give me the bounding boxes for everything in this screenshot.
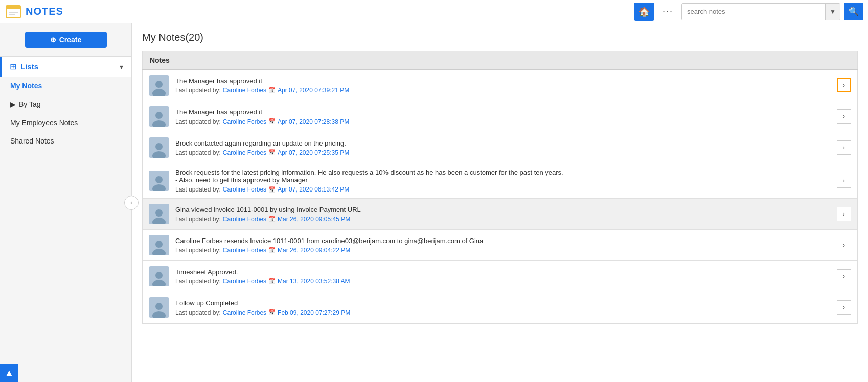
svg-point-13	[152, 218, 166, 224]
note-date: Apr 07, 2020 06:13:42 PM	[278, 186, 349, 193]
table-row[interactable]: Gina viewed invoice 1011-0001 by using I…	[143, 199, 857, 230]
note-author[interactable]: Caroline Forbes	[223, 149, 266, 156]
note-text: The Manager has approved it	[175, 77, 837, 85]
note-meta: Last updated by: Caroline Forbes 📅 Apr 0…	[175, 118, 837, 125]
avatar	[149, 75, 169, 96]
table-row[interactable]: The Manager has approved itLast updated …	[143, 101, 857, 132]
by-tag-expand-icon: ▶	[10, 100, 16, 108]
calendar-icon: 📅	[268, 278, 276, 284]
home-button[interactable]: 🏠	[634, 3, 654, 21]
note-expand-button[interactable]: ›	[837, 140, 851, 155]
table-row[interactable]: Follow up CompletedLast updated by: Caro…	[143, 292, 857, 323]
note-content: The Manager has approved itLast updated …	[175, 108, 837, 125]
search-input[interactable]	[682, 4, 825, 20]
collapse-icon: ‹	[130, 199, 132, 206]
sidebar: ⊕ Create ⊞ Lists ▾ My Notes ▶ By Tag My …	[0, 23, 132, 382]
note-expand-button[interactable]: ›	[837, 269, 851, 283]
note-meta: Last updated by: Caroline Forbes 📅 Mar 2…	[175, 216, 837, 223]
sidebar-item-by-tag[interactable]: ▶ By Tag	[0, 95, 131, 113]
chevron-right-icon: ›	[843, 273, 845, 280]
note-meta: Last updated by: Caroline Forbes 📅 Mar 1…	[175, 278, 837, 285]
calendar-icon: 📅	[268, 118, 276, 125]
svg-point-18	[155, 303, 163, 310]
note-meta: Last updated by: Caroline Forbes 📅 Feb 0…	[175, 309, 837, 316]
note-date: Mar 13, 2020 03:52:38 AM	[278, 278, 350, 285]
note-author[interactable]: Caroline Forbes	[223, 216, 266, 223]
sidebar-lists-item[interactable]: ⊞ Lists ▾	[0, 57, 131, 77]
sidebar-item-my-employees-notes[interactable]: My Employees Notes	[0, 113, 131, 132]
note-author[interactable]: Caroline Forbes	[223, 278, 266, 285]
note-text: Brock contacted again regarding an updat…	[175, 139, 837, 147]
chevron-right-icon: ›	[843, 113, 845, 120]
calendar-icon: 📅	[268, 186, 276, 193]
page-title: My Notes(20)	[142, 32, 858, 43]
app-header: NOTES 🏠 ··· ▼ 🔍	[0, 0, 868, 23]
notes-column-header: Notes	[143, 51, 858, 70]
note-content: Brock requests for the latest pricing in…	[175, 169, 837, 193]
search-dropdown-button[interactable]: ▼	[825, 4, 840, 20]
chevron-right-icon: ›	[843, 304, 845, 311]
note-author[interactable]: Caroline Forbes	[223, 118, 266, 125]
table-row[interactable]: The Manager has approved itLast updated …	[143, 70, 857, 101]
plus-icon: ⊕	[50, 36, 56, 44]
sidebar-section: ⊞ Lists ▾ My Notes ▶ By Tag My Employees…	[0, 56, 131, 150]
note-expand-button[interactable]: ›	[837, 238, 851, 252]
chat-button[interactable]: ▲	[0, 364, 18, 382]
svg-point-11	[152, 184, 166, 191]
sidebar-item-my-notes[interactable]: My Notes	[0, 77, 131, 95]
note-text: Gina viewed invoice 1011-0001 by using I…	[175, 206, 837, 213]
search-go-button[interactable]: 🔍	[844, 3, 863, 20]
note-content: Timesheet Approved.Last updated by: Caro…	[175, 268, 837, 285]
calendar-icon: 📅	[268, 247, 276, 253]
chevron-right-icon: ›	[843, 82, 845, 89]
chevron-right-icon: ›	[843, 242, 845, 249]
svg-point-15	[152, 249, 166, 255]
lists-chevron-icon: ▾	[120, 63, 123, 71]
note-expand-button[interactable]: ›	[837, 207, 851, 221]
app-logo: NOTES	[5, 4, 63, 20]
svg-point-10	[155, 176, 163, 183]
note-meta: Last updated by: Caroline Forbes 📅 Apr 0…	[175, 87, 837, 94]
calendar-icon: 📅	[268, 309, 276, 316]
note-content: Brock contacted again regarding an updat…	[175, 139, 837, 156]
note-expand-button[interactable]: ›	[837, 300, 851, 315]
avatar	[149, 171, 169, 191]
note-expand-button[interactable]: ›	[837, 78, 851, 92]
notes-logo-icon	[5, 4, 21, 20]
home-icon: 🏠	[638, 6, 650, 17]
sidebar-item-shared-notes[interactable]: Shared Notes	[0, 132, 131, 150]
header-actions: 🏠 ··· ▼ 🔍	[634, 3, 863, 21]
search-icon: 🔍	[849, 7, 859, 16]
chevron-right-icon: ›	[843, 177, 845, 184]
note-meta: Last updated by: Caroline Forbes 📅 Apr 0…	[175, 186, 837, 193]
table-row[interactable]: Timesheet Approved.Last updated by: Caro…	[143, 261, 857, 292]
more-options-button[interactable]: ···	[658, 4, 677, 19]
note-meta: Last updated by: Caroline Forbes 📅 Mar 2…	[175, 247, 837, 254]
svg-point-16	[155, 272, 163, 279]
table-row[interactable]: Brock requests for the latest pricing in…	[143, 163, 857, 199]
calendar-icon: 📅	[268, 216, 276, 222]
note-author[interactable]: Caroline Forbes	[223, 247, 266, 254]
svg-point-12	[155, 209, 163, 217]
note-author[interactable]: Caroline Forbes	[223, 309, 266, 316]
svg-point-5	[152, 89, 166, 96]
calendar-icon: 📅	[268, 149, 276, 156]
calendar-icon: 📅	[268, 87, 276, 93]
note-expand-button[interactable]: ›	[837, 174, 851, 188]
my-employees-notes-label: My Employees Notes	[10, 118, 78, 127]
note-author[interactable]: Caroline Forbes	[223, 87, 266, 94]
avatar	[149, 235, 169, 255]
avatar	[149, 297, 169, 318]
app-title: NOTES	[26, 6, 63, 17]
note-date: Apr 07, 2020 07:25:35 PM	[278, 149, 349, 156]
sidebar-collapse-button[interactable]: ‹	[124, 196, 139, 210]
shared-notes-label: Shared Notes	[10, 137, 54, 145]
search-container: ▼	[681, 3, 840, 20]
table-row[interactable]: Caroline Forbes resends Invoice 1011-000…	[143, 230, 857, 261]
my-notes-label: My Notes	[10, 82, 42, 90]
note-date: Apr 07, 2020 07:39:21 PM	[278, 87, 349, 94]
create-button[interactable]: ⊕ Create	[25, 32, 107, 48]
table-row[interactable]: Brock contacted again regarding an updat…	[143, 132, 857, 163]
note-expand-button[interactable]: ›	[837, 109, 851, 124]
note-author[interactable]: Caroline Forbes	[223, 186, 266, 193]
